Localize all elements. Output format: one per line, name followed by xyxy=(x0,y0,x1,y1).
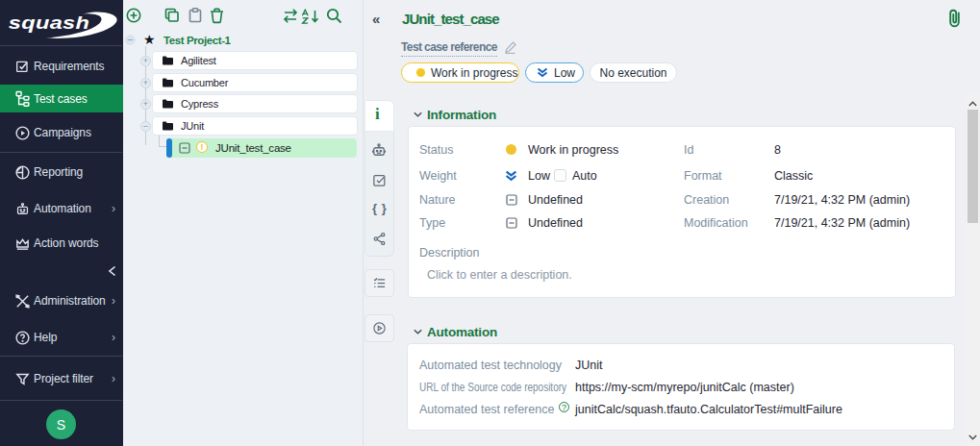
svg-text:squash: squash xyxy=(9,12,90,33)
